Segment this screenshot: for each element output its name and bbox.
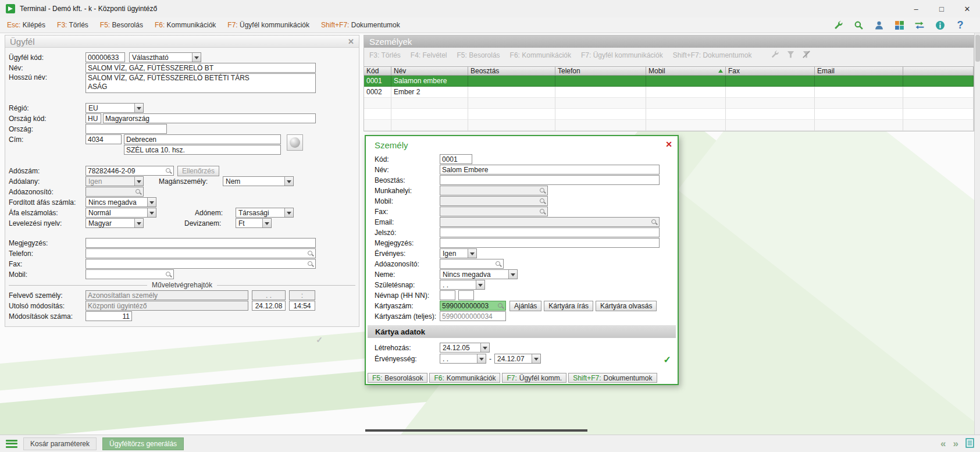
shortcut-f7[interactable]: F7: Ügyfél kommunikációk	[227, 21, 309, 29]
info-icon[interactable]	[934, 19, 946, 31]
person-mobile-input[interactable]	[440, 197, 539, 205]
document-list-icon[interactable]	[965, 438, 974, 450]
customer-panel-close-icon[interactable]: ✕	[348, 37, 354, 46]
tab-ugyfeltorzs-generalas[interactable]: Ügyféltörzs generálás	[102, 437, 184, 450]
country-code-input[interactable]	[85, 113, 101, 123]
tax-id-field[interactable]	[85, 187, 144, 197]
table-row[interactable]: 0002 Ember 2	[364, 87, 974, 98]
person-workphone-input[interactable]	[440, 187, 539, 195]
tax-subject-select[interactable]: Igen	[85, 176, 144, 186]
shortcut-f3[interactable]: F3: Törlés	[57, 21, 88, 29]
private-person-select[interactable]: Nem	[223, 176, 294, 186]
card-number-field[interactable]	[440, 301, 506, 311]
tax-number-field[interactable]	[85, 166, 174, 176]
street-input[interactable]	[124, 145, 281, 155]
vertical-scrollbar-thumb[interactable]	[975, 35, 980, 62]
fax-field[interactable]	[85, 259, 316, 269]
nameday-day-input[interactable]	[458, 290, 474, 300]
card-write-button[interactable]: Kártyára írás	[544, 301, 593, 311]
card-created-select[interactable]: 24.12.05	[440, 343, 490, 353]
customer-name-input[interactable]	[85, 63, 316, 73]
column-header-beosztas[interactable]: Beosztás	[468, 67, 555, 75]
validity-to-select[interactable]: 24.12.07	[494, 354, 541, 364]
column-header-mobil[interactable]: Mobil	[646, 67, 726, 75]
close-button[interactable]: ✕	[954, 0, 980, 17]
offer-button[interactable]: Ajánlás	[509, 301, 541, 311]
transfer-arrows-icon[interactable]	[914, 19, 925, 31]
dialog-close-icon[interactable]: ✕	[665, 140, 672, 149]
shortcut-esc[interactable]: Esc: Kilépés	[7, 21, 45, 29]
menu-icon[interactable]	[6, 440, 17, 448]
shortcut-f6[interactable]: F6: Kommunikációk	[155, 21, 216, 29]
customer-longname-textarea[interactable]: SALOM VÍZ, GÁZ, FŰTÉSSZERELŐ BETÉTI TÁRS…	[85, 73, 316, 93]
minimize-button[interactable]: –	[903, 0, 929, 17]
dialog-tab-dokumentumok[interactable]: Shift+F7:Dokumentumok	[568, 373, 657, 383]
column-header-nev[interactable]: Név	[391, 67, 468, 75]
next-page-icon[interactable]: »	[953, 438, 958, 450]
person-workphone-field[interactable]	[440, 186, 548, 195]
person-password-input[interactable]	[440, 227, 660, 237]
person-note-input[interactable]	[440, 238, 660, 248]
column-header-fax[interactable]: Fax	[726, 67, 815, 75]
person-code-input[interactable]	[440, 154, 472, 164]
table-row[interactable]: 0001 Salamon embere	[364, 76, 974, 87]
person-fax-input[interactable]	[440, 208, 539, 216]
vertical-scrollbar[interactable]	[974, 33, 980, 435]
column-header-telefon[interactable]: Telefon	[555, 67, 646, 75]
person-gender-select[interactable]: Nincs megadva	[440, 269, 518, 279]
person-email-field[interactable]	[440, 217, 660, 227]
user-icon[interactable]	[873, 19, 885, 31]
search-icon[interactable]	[853, 19, 864, 31]
grid-icon[interactable]	[893, 19, 905, 31]
reverse-vat-select[interactable]: Nincs megadva	[85, 197, 156, 207]
region-select[interactable]: EU	[85, 103, 144, 113]
country-input[interactable]	[85, 124, 167, 134]
phone-field[interactable]	[85, 248, 316, 258]
card-number-input[interactable]	[440, 302, 497, 310]
currency-select[interactable]: Ft	[236, 218, 272, 228]
city-input[interactable]	[124, 134, 281, 144]
mobile-input[interactable]	[86, 271, 165, 279]
tab-kosar-parameterek[interactable]: Kosár paraméterek	[23, 437, 97, 450]
shortcut-f5[interactable]: F5: Besorolás	[100, 21, 143, 29]
fax-input[interactable]	[86, 260, 307, 268]
column-header-email[interactable]: Email	[815, 67, 903, 75]
person-position-input[interactable]	[440, 175, 660, 185]
dialog-tab-kommunikaciok[interactable]: F6:Kommunikációk	[429, 373, 500, 383]
tax-type-select[interactable]: Társasági	[236, 208, 294, 218]
map-button[interactable]	[287, 134, 303, 151]
customer-code-input[interactable]	[85, 52, 125, 62]
mobile-field[interactable]	[85, 269, 174, 279]
zip-input[interactable]	[85, 134, 122, 144]
dialog-tab-ugyfel-komm[interactable]: F7:Ügyfél komm.	[502, 373, 566, 383]
table-row-empty[interactable]	[364, 120, 974, 131]
person-email-input[interactable]	[440, 218, 651, 226]
verify-button[interactable]: Ellenőrzés	[177, 166, 219, 176]
note-input[interactable]	[85, 238, 316, 248]
previous-page-icon[interactable]: «	[940, 438, 946, 450]
help-icon[interactable]: ?	[954, 19, 966, 31]
table-row-empty[interactable]	[364, 98, 974, 109]
person-birthday-select[interactable]: . .	[440, 280, 485, 290]
person-mobile-field[interactable]	[440, 196, 548, 206]
mail-language-select[interactable]: Magyar	[85, 218, 144, 228]
country-name-input[interactable]	[103, 113, 316, 123]
person-valid-select[interactable]: Igen	[440, 248, 477, 258]
phone-input[interactable]	[86, 250, 307, 258]
shortcut-shift-f7[interactable]: Shift+F7: Dokumentumok	[321, 21, 400, 29]
person-name-input[interactable]	[440, 165, 660, 175]
nameday-month-input[interactable]	[440, 290, 455, 300]
maximize-button[interactable]: □	[929, 0, 954, 17]
person-taxid-input[interactable]	[440, 260, 495, 268]
dialog-tab-besorolasok[interactable]: F5:Besorolások	[368, 373, 427, 383]
column-header-kod[interactable]: Kód	[364, 67, 391, 75]
card-read-button[interactable]: Kártyára olvasás	[596, 301, 657, 311]
customer-code-type-select[interactable]: Választható	[129, 52, 201, 62]
person-fax-field[interactable]	[440, 207, 548, 216]
wrench-icon[interactable]	[832, 19, 844, 31]
person-taxid-field[interactable]	[440, 259, 504, 269]
vat-account-select[interactable]: Normál	[85, 208, 156, 218]
tax-id-input[interactable]	[86, 188, 135, 196]
horizontal-scrollbar-thumb[interactable]	[365, 429, 587, 432]
validity-from-select[interactable]: . .	[440, 354, 486, 364]
